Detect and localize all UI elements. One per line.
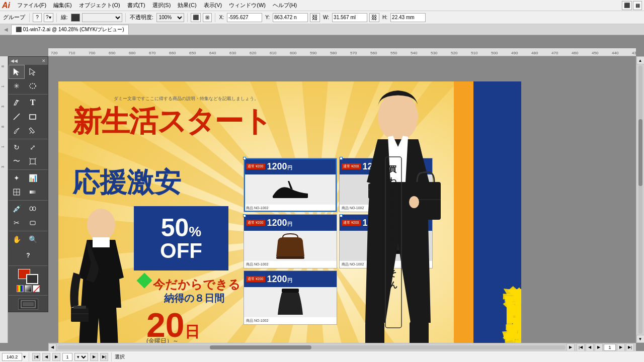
magic-wand-tool[interactable]: ✳ [9, 79, 25, 93]
grid-btn[interactable]: ⊞ [203, 13, 212, 22]
style-btn[interactable]: ⬛ [191, 13, 201, 22]
canvas-area[interactable]: ダミー文章ですここに得する商品の説明・特集などを記載しましょう。 新生活スタート… [48, 56, 636, 351]
pen-tool[interactable] [9, 96, 25, 110]
prev-page-status[interactable]: ◀ [42, 353, 50, 361]
rect-tool[interactable] [25, 110, 41, 124]
scroll-up-btn[interactable]: ▲ [636, 56, 645, 64]
next-page-btn[interactable]: ▶ [617, 343, 625, 351]
rotate-tool[interactable]: ↻ [9, 140, 25, 154]
svg-point-87 [87, 209, 115, 241]
tool-row-8: ✦ 📊 [9, 171, 48, 185]
svg-text:670: 670 [149, 51, 156, 55]
last-page-btn[interactable]: ▶| [626, 343, 634, 351]
page-select[interactable]: ▾ [74, 353, 88, 361]
w-input[interactable] [332, 13, 367, 22]
last-page-status[interactable]: ▶| [100, 353, 108, 361]
h-input[interactable] [390, 13, 426, 22]
artboard-btn[interactable] [18, 299, 38, 310]
toolbox-collapse[interactable]: ◀◀ [11, 58, 18, 63]
svg-point-97 [409, 196, 419, 208]
gradient-mode-btn[interactable] [25, 285, 32, 292]
svg-text:1: 1 [1, 85, 5, 87]
y-input[interactable] [273, 13, 308, 22]
scroll-down-btn[interactable]: ▼ [636, 335, 645, 343]
warp-tool[interactable]: 〜 [9, 154, 25, 168]
scroll-thumb-h[interactable] [210, 345, 311, 349]
zoom-down-btn[interactable]: ▾ [23, 354, 26, 359]
zoom-tool[interactable]: 🔍 [25, 232, 41, 246]
direct-select-tool[interactable] [25, 65, 41, 79]
file-tab-active[interactable]: ⬛ 01-win7-2.ai @ 140.28% (CMYK/プレビュー) [11, 25, 129, 35]
selection-handle-tr[interactable] [340, 157, 343, 160]
none-mode-btn[interactable] [33, 285, 40, 292]
mesh-tool[interactable] [9, 185, 25, 199]
menu-view[interactable]: 表示(V) [201, 1, 225, 10]
free-transform-tool[interactable] [25, 154, 41, 168]
pencil-tool[interactable] [25, 124, 41, 138]
orange-right-bar [454, 81, 475, 351]
first-page-btn[interactable]: |◀ [577, 343, 585, 351]
svg-text:720: 720 [51, 51, 58, 55]
menu-select[interactable]: 選択(S) [149, 1, 174, 10]
select-tool[interactable] [9, 65, 25, 79]
first-page-status[interactable]: |◀ [32, 353, 40, 361]
menu-object[interactable]: オブジェクト(O) [76, 1, 123, 10]
opacity-select[interactable]: 100% [156, 13, 184, 22]
eraser-tool[interactable] [25, 216, 41, 230]
eyedropper-tool[interactable]: 💉 [9, 202, 25, 216]
paintbrush-tool[interactable] [9, 124, 25, 138]
scroll-thumb-v[interactable] [638, 119, 642, 187]
type-tool[interactable]: T [25, 96, 41, 110]
page-status-input[interactable] [62, 353, 72, 361]
svg-rect-58 [23, 302, 34, 306]
selection-handle-bl[interactable] [243, 214, 246, 217]
color-mode-btn[interactable] [17, 285, 24, 292]
lasso-tool[interactable] [25, 79, 41, 93]
svg-text:470: 470 [551, 51, 558, 55]
monitor-btn[interactable]: ⬛ [622, 1, 632, 10]
menu-file[interactable]: ファイル(F) [14, 1, 49, 10]
panel-btn[interactable]: ▦ [633, 1, 642, 10]
help-btn-2[interactable]: ?▾ [44, 13, 53, 22]
prev-page-btn[interactable]: ◀ [586, 343, 594, 351]
help-btn-1[interactable]: ? [33, 13, 42, 22]
link-btn[interactable]: ⛓ [310, 13, 320, 22]
scissors-tool[interactable]: ✂ [9, 216, 25, 230]
menu-effect[interactable]: 効果(C) [175, 1, 199, 10]
y-label: Y: [264, 15, 271, 20]
menu-help[interactable]: ヘルプ(H) [270, 1, 300, 10]
zoom-input[interactable] [2, 353, 22, 361]
hand-tool[interactable]: ✋ [9, 232, 25, 246]
svg-text:660: 660 [169, 51, 176, 55]
menu-window[interactable]: ウィンドウ(W) [226, 1, 269, 10]
line-tool[interactable] [9, 110, 25, 124]
help-tool[interactable]: ? [20, 248, 36, 262]
blend-tool[interactable] [25, 202, 41, 216]
play-btn[interactable]: ▶ [595, 343, 603, 351]
svg-rect-78 [273, 196, 308, 198]
svg-text:540: 540 [411, 51, 418, 55]
symbol-tool[interactable]: ✦ [9, 171, 25, 185]
svg-text:600: 600 [290, 51, 297, 55]
ad-days-text: 納得の８日間 [164, 292, 224, 305]
scale-tool[interactable]: ⤢ [25, 140, 41, 154]
selection-handle-tl[interactable] [243, 157, 246, 160]
scroll-left-btn[interactable]: ◀ [48, 343, 56, 351]
x-input[interactable] [227, 13, 262, 22]
scroll-right-btn[interactable]: ▶ [567, 343, 575, 351]
toolbox-close[interactable]: ✕ [42, 58, 46, 63]
play-status[interactable]: ▶ [52, 353, 60, 361]
menu-type[interactable]: 書式(T) [124, 1, 148, 10]
next-page-status[interactable]: ▶ [90, 353, 98, 361]
stroke-swatch[interactable] [26, 274, 38, 284]
selection-handle-br[interactable] [340, 214, 343, 217]
tab-close-corner: ◀ [4, 27, 8, 32]
page-input[interactable] [604, 344, 616, 351]
tool-row-11: ✂ [9, 216, 48, 230]
menu-edit[interactable]: 編集(E) [50, 1, 75, 10]
stroke-select[interactable] [82, 13, 122, 22]
stroke-color-btn[interactable] [71, 14, 80, 22]
gradient-tool[interactable] [25, 185, 41, 199]
link-btn-2[interactable]: ⛓ [369, 13, 379, 22]
graph-tool[interactable]: 📊 [25, 171, 41, 185]
